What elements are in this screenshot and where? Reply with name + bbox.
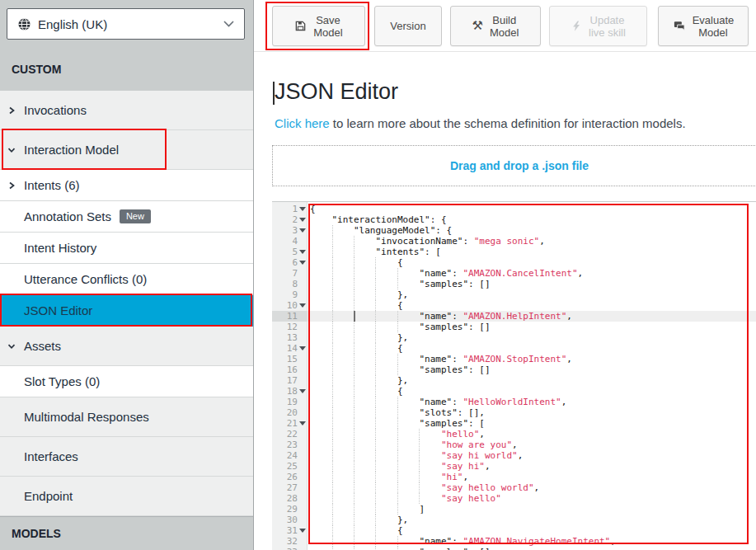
line-number: 23 — [272, 440, 308, 450]
fold-arrow-icon[interactable] — [299, 207, 306, 211]
sidebar-item-utterance-conflicts-0[interactable]: Utterance Conflicts (0) — [0, 264, 253, 295]
evaluate-model-button[interactable]: EvaluateModel — [658, 6, 749, 46]
line-number: 26 — [272, 472, 308, 482]
version-button[interactable]: Version — [374, 6, 442, 46]
line-number: 19 — [272, 397, 308, 407]
line-number: 31 — [272, 525, 308, 536]
button-label: BuildModel — [490, 14, 519, 39]
schema-help-text: Click here to learn more about the schem… — [275, 116, 686, 130]
build-model-button[interactable]: ⚒BuildModel — [450, 6, 541, 46]
code-line[interactable]: ] — [308, 504, 756, 515]
globe-icon — [17, 17, 31, 31]
code-line[interactable]: "name": "AMAZON.NavigateHomeIntent", — [308, 536, 756, 547]
line-number: 9 — [272, 289, 308, 300]
sidebar-item-label: Slot Types (0) — [24, 374, 100, 388]
code-line[interactable]: }, — [308, 375, 756, 386]
json-file-dropzone[interactable]: Drag and drop a .json file — [272, 145, 756, 186]
sidebar-item-intents-6[interactable]: Intents (6) — [0, 170, 253, 201]
code-line[interactable]: "invocationName": "mega sonic", — [308, 236, 756, 247]
sidebar-item-label: Invocations — [24, 103, 87, 117]
bolt-icon — [571, 20, 582, 32]
code-line[interactable]: "languageModel": { — [308, 225, 756, 236]
sidebar-item-json-editor[interactable]: JSON Editor — [0, 295, 253, 327]
sidebar-item-invocations[interactable]: Invocations — [0, 91, 253, 130]
code-line[interactable]: { — [308, 525, 756, 536]
code-line[interactable]: "samples": [ — [308, 418, 756, 429]
code-line[interactable]: "say hello world", — [308, 482, 756, 493]
code-line[interactable]: }, — [308, 515, 756, 525]
code-line[interactable]: "say hello" — [308, 493, 756, 504]
fold-arrow-icon[interactable] — [299, 346, 306, 350]
line-number: 7 — [272, 268, 308, 279]
code-line[interactable]: "name": "AMAZON.HelpIntent", — [308, 311, 756, 322]
sidebar-item-multimodal-responses[interactable]: Multimodal Responses — [0, 397, 253, 437]
code-line[interactable]: "samples": [] — [308, 322, 756, 332]
code-line[interactable]: "name": "AMAZON.CancelIntent", — [308, 268, 756, 279]
line-number: 15 — [272, 354, 308, 364]
line-number: 6 — [272, 257, 308, 268]
models-section-header: MODELS — [0, 516, 253, 550]
line-number: 11 — [272, 311, 308, 322]
fold-arrow-icon[interactable] — [299, 389, 306, 393]
sidebar-item-intent-history[interactable]: Intent History — [0, 233, 253, 264]
sidebar-item-label: Multimodal Responses — [24, 410, 149, 424]
code-line[interactable]: { — [308, 204, 756, 214]
button-label: EvaluateModel — [693, 14, 735, 39]
sidebar-item-label: Intent History — [24, 241, 96, 255]
save-model-button[interactable]: SaveModel — [272, 6, 365, 46]
sidebar-item-annotation-sets[interactable]: Annotation SetsNew — [0, 201, 253, 233]
alexa-console-json-editor-page: English (UK) CUSTOM InvocationsInteracti… — [0, 0, 756, 550]
line-number: 33 — [272, 547, 308, 550]
code-line[interactable]: { — [308, 386, 756, 397]
code-line[interactable]: "how are you", — [308, 440, 756, 450]
code-line[interactable]: "name": "AMAZON.StopIntent", — [308, 354, 756, 364]
sidebar-item-label: Assets — [24, 339, 61, 353]
fold-arrow-icon[interactable] — [299, 261, 306, 265]
code-line[interactable]: { — [308, 300, 756, 311]
sidebar-item-slot-types-0[interactable]: Slot Types (0) — [0, 366, 253, 397]
line-number: 20 — [272, 407, 308, 418]
code-line[interactable]: "samples": [] — [308, 547, 756, 550]
line-number: 16 — [272, 364, 308, 375]
sidebar-item-label: Interaction Model — [24, 143, 119, 157]
sidebar-item-interfaces[interactable]: Interfaces — [0, 437, 253, 477]
fold-arrow-icon[interactable] — [299, 250, 306, 254]
code-line[interactable]: { — [308, 257, 756, 268]
fold-arrow-icon[interactable] — [299, 303, 306, 308]
sidebar-item-assets[interactable]: Assets — [0, 327, 253, 366]
fold-arrow-icon[interactable] — [299, 218, 306, 222]
fold-arrow-icon[interactable] — [299, 421, 306, 425]
fold-arrow-icon[interactable] — [299, 529, 306, 533]
save-icon — [294, 20, 307, 32]
code-line[interactable]: "samples": [] — [308, 279, 756, 289]
code-line[interactable]: "hi", — [308, 472, 756, 482]
line-number: 8 — [272, 279, 308, 289]
code-line[interactable]: { — [308, 343, 756, 354]
button-label: Updatelive skill — [589, 14, 626, 39]
code-line[interactable]: "intents": [ — [308, 247, 756, 257]
line-number: 27 — [272, 482, 308, 493]
code-line[interactable]: }, — [308, 289, 756, 300]
code-line[interactable]: "samples": [] — [308, 364, 756, 375]
code-line[interactable]: "hello", — [308, 429, 756, 440]
language-selector-area: English (UK) CUSTOM — [0, 0, 253, 91]
click-here-link[interactable]: Click here — [275, 116, 330, 130]
sidebar: English (UK) CUSTOM InvocationsInteracti… — [0, 0, 254, 550]
line-number: 5 — [272, 247, 308, 257]
code-line[interactable]: "say hi world", — [308, 450, 756, 461]
line-number: 29 — [272, 504, 308, 515]
custom-section-header: CUSTOM — [12, 63, 61, 76]
sidebar-item-interaction-model[interactable]: Interaction Model — [0, 130, 253, 170]
sidebar-item-label: Intents (6) — [24, 178, 80, 192]
code-line[interactable]: "name": "HelloWorldIntent", — [308, 397, 756, 407]
code-line[interactable]: "slots": [], — [308, 407, 756, 418]
code-line[interactable]: "say hi", — [308, 461, 756, 472]
code-line[interactable]: "interactionModel": { — [308, 214, 756, 225]
language-selector[interactable]: English (UK) — [7, 8, 245, 40]
json-code-editor[interactable]: 1234567891011121314151617181920212223242… — [272, 201, 756, 550]
fold-arrow-icon[interactable] — [299, 228, 306, 233]
line-number: 28 — [272, 493, 308, 504]
update-live-skill-button[interactable]: Updatelive skill — [549, 6, 647, 46]
sidebar-item-endpoint[interactable]: Endpoint — [0, 477, 253, 516]
code-line[interactable]: }, — [308, 332, 756, 343]
